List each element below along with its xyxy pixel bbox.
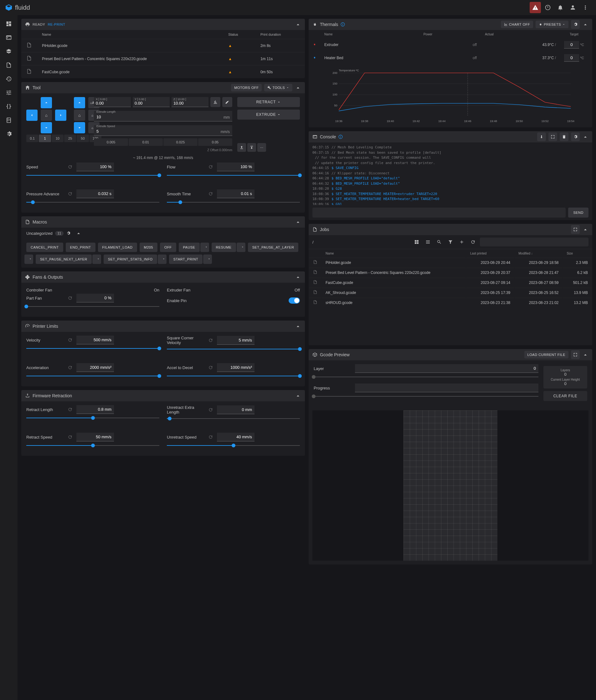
chevron-up-icon[interactable]: [295, 219, 301, 225]
extrude-button[interactable]: EXTRUDE: [237, 109, 300, 120]
sl-adecel-input[interactable]: [217, 363, 254, 372]
job-row[interactable]: Preset Bed Level Pattern - Concentric Sq…: [309, 268, 592, 277]
view-thumbnails-button[interactable]: [412, 238, 421, 246]
reset-icon[interactable]: [208, 407, 213, 412]
nav-system[interactable]: [2, 114, 15, 126]
move-x-minus[interactable]: [26, 109, 38, 121]
chevron-up-icon[interactable]: [582, 352, 589, 358]
sl-speed-slider[interactable]: [26, 175, 159, 176]
reset-icon[interactable]: [208, 164, 213, 169]
nav-settings[interactable]: [2, 128, 15, 140]
reset-icon[interactable]: [68, 191, 73, 196]
sl-vel-slider[interactable]: [26, 348, 159, 349]
estep-0.05[interactable]: 0.05: [198, 139, 232, 146]
sl-partfan-slider[interactable]: [26, 306, 159, 307]
macro-start_print[interactable]: START_PRINT: [169, 254, 203, 264]
macro-resume-dropdown[interactable]: [237, 243, 245, 252]
info-icon[interactable]: [341, 22, 345, 27]
estep-0.01[interactable]: 0.01: [129, 139, 163, 146]
jobs-fullscreen-button[interactable]: [571, 225, 580, 234]
refresh-button[interactable]: [469, 238, 477, 246]
macro-off[interactable]: OFF: [160, 243, 176, 252]
home-z-button[interactable]: ⌂: [74, 109, 85, 121]
chevron-up-icon[interactable]: [582, 134, 589, 140]
motors-off-button[interactable]: MOTORS OFF: [231, 84, 262, 92]
gcode-canvas[interactable]: [313, 410, 589, 561]
chevron-up-icon[interactable]: [295, 84, 301, 91]
target-input[interactable]: [564, 41, 579, 49]
console-download-button[interactable]: [537, 132, 546, 141]
chevron-up-icon[interactable]: [295, 274, 301, 280]
nav-tune[interactable]: [2, 86, 15, 99]
sl-accel-slider[interactable]: [26, 376, 159, 376]
thermals-settings-button[interactable]: [571, 20, 580, 29]
reset-icon[interactable]: [208, 365, 213, 370]
nav-gcode-preview[interactable]: [2, 45, 15, 58]
move-step-50[interactable]: 50: [77, 134, 89, 142]
sl-accel-input[interactable]: [76, 363, 114, 372]
nav-configure[interactable]: [2, 100, 15, 113]
progress-input[interactable]: [355, 383, 539, 392]
reset-icon[interactable]: [208, 434, 213, 440]
chevron-up-icon[interactable]: [295, 21, 301, 28]
sl-uex-slider[interactable]: [167, 418, 300, 419]
fil-load-button[interactable]: [237, 143, 246, 152]
sl-adecel-slider[interactable]: [167, 376, 300, 376]
sl-rlen-slider[interactable]: [26, 418, 159, 418]
estep-0.005[interactable]: 0.005: [94, 139, 128, 146]
edit-button[interactable]: [222, 97, 232, 107]
macro-set_pause_next_layer-dropdown[interactable]: [92, 254, 101, 264]
move-x-plus[interactable]: [55, 109, 66, 121]
power-button[interactable]: [542, 2, 553, 13]
sl-partfan-input[interactable]: [76, 294, 114, 302]
info-icon[interactable]: [339, 134, 343, 139]
macro-set_print_stats_info-dropdown[interactable]: [158, 254, 167, 264]
sl-uex-input[interactable]: [217, 405, 254, 414]
reset-icon[interactable]: [68, 296, 73, 301]
search-button[interactable]: [435, 238, 444, 246]
clear-file-button[interactable]: CLEAR FILE: [543, 391, 587, 401]
preview-fullscreen-button[interactable]: [571, 350, 580, 359]
sl-sqv-input[interactable]: [217, 336, 254, 345]
console-input[interactable]: [313, 207, 566, 218]
move-y-plus[interactable]: [41, 97, 52, 108]
console-settings-button[interactable]: [571, 132, 580, 141]
reset-icon[interactable]: [68, 365, 73, 370]
sl-rlen-input[interactable]: [76, 405, 114, 414]
job-row[interactable]: AK_Shroud.gcode2023-08-25 17:392023-08-2…: [309, 288, 592, 297]
move-step-10[interactable]: 10: [52, 134, 64, 142]
sl-vel-input[interactable]: [76, 335, 114, 344]
macro-set_print_stats_info[interactable]: SET_PRINT_STATS_INFO: [104, 254, 157, 264]
filter-button[interactable]: [446, 238, 455, 246]
home-xy-button[interactable]: ⌂: [41, 109, 52, 121]
sl-uspd-input[interactable]: [217, 433, 254, 442]
reprint-button[interactable]: RE-PRINT: [48, 23, 65, 26]
absolute-positioning-button[interactable]: [210, 97, 220, 107]
estep-0.025[interactable]: 0.025: [164, 139, 198, 146]
macro-set_pause_at_layer-dropdown[interactable]: [24, 254, 33, 264]
macro-pause[interactable]: PAUSE: [179, 243, 200, 252]
reset-icon[interactable]: [68, 407, 73, 412]
print-history-row[interactable]: Preset Bed Level Pattern - Concentric Sq…: [21, 52, 305, 66]
sl-uspd-slider[interactable]: [167, 445, 300, 446]
load-current-file-button[interactable]: LOAD CURRENT FILE: [524, 351, 568, 358]
sl-speed-input[interactable]: [76, 162, 114, 171]
tools-button[interactable]: TOOLS: [264, 84, 292, 92]
macro-resume[interactable]: RESUME: [212, 243, 236, 252]
chevron-up-icon[interactable]: [582, 21, 589, 28]
presets-button[interactable]: PRESETS: [536, 21, 568, 28]
move-step-1[interactable]: 1: [39, 134, 51, 142]
move-step-0.1[interactable]: 0.1: [26, 134, 38, 142]
sl-pa-slider[interactable]: [26, 202, 159, 203]
move-y-minus[interactable]: [41, 122, 52, 133]
sl-rspd-slider[interactable]: [26, 445, 159, 446]
reset-icon[interactable]: [208, 338, 213, 343]
macro-set_pause_next_layer[interactable]: SET_PAUSE_NEXT_LAYER: [36, 254, 92, 264]
sl-sqv-slider[interactable]: [167, 349, 300, 349]
chevron-up-icon[interactable]: [582, 226, 589, 233]
fil-menu-button[interactable]: ···: [257, 143, 266, 152]
reset-icon[interactable]: [68, 338, 73, 343]
move-step-25[interactable]: 25: [64, 134, 76, 142]
sl-smooth-input[interactable]: [217, 190, 254, 198]
reset-icon[interactable]: [68, 434, 73, 440]
